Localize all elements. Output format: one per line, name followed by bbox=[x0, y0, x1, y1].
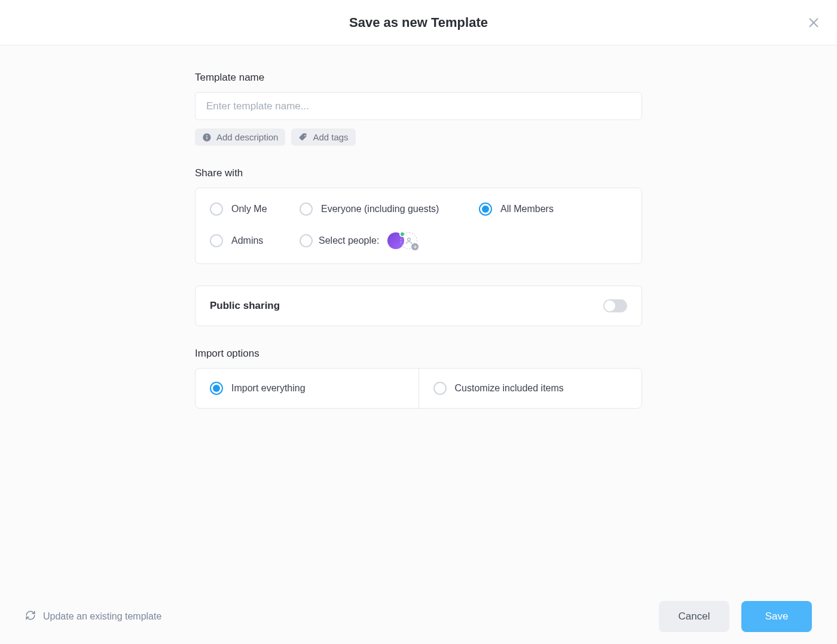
radio-icon bbox=[433, 382, 447, 395]
add-tags-label: Add tags bbox=[313, 132, 348, 142]
import-option-label: Import everything bbox=[231, 383, 306, 394]
svg-point-5 bbox=[304, 135, 306, 136]
template-name-label: Template name bbox=[195, 72, 642, 84]
share-option-label: Admins bbox=[231, 235, 263, 246]
radio-icon bbox=[479, 203, 492, 216]
import-section: Import options Import everything Customi… bbox=[195, 348, 642, 409]
public-sharing-card: Public sharing bbox=[195, 286, 642, 326]
close-button[interactable] bbox=[807, 16, 820, 29]
public-sharing-toggle[interactable] bbox=[603, 299, 627, 312]
update-existing-template-link[interactable]: Update an existing template bbox=[25, 610, 161, 623]
import-label: Import options bbox=[195, 348, 642, 360]
radio-icon bbox=[300, 234, 313, 247]
tag-icon bbox=[298, 133, 308, 142]
template-name-input[interactable] bbox=[195, 92, 642, 120]
share-option-label: Only Me bbox=[231, 204, 267, 214]
share-option-all-members[interactable]: All Members bbox=[479, 203, 627, 216]
share-option-label: All Members bbox=[500, 204, 554, 214]
add-tags-button[interactable]: Add tags bbox=[291, 128, 355, 146]
dialog-header: Save as new Template bbox=[0, 0, 837, 45]
cancel-button-label: Cancel bbox=[679, 611, 710, 622]
import-option-everything[interactable]: Import everything bbox=[195, 369, 419, 408]
import-card: Import everything Customize included ite… bbox=[195, 368, 642, 409]
add-person-button[interactable]: + bbox=[401, 232, 417, 249]
import-option-label: Customize included items bbox=[455, 383, 564, 394]
dialog-footer: Update an existing template Cancel Save bbox=[0, 589, 837, 644]
save-button-label: Save bbox=[765, 611, 789, 622]
radio-icon bbox=[210, 382, 223, 395]
share-section: Share with Only Me Everyone (including g… bbox=[195, 167, 642, 264]
content: Template name Add description Add tags S… bbox=[195, 72, 642, 409]
public-sharing-label: Public sharing bbox=[210, 300, 280, 312]
dialog-title: Save as new Template bbox=[349, 15, 488, 30]
add-description-button[interactable]: Add description bbox=[195, 128, 285, 146]
share-option-select-people[interactable]: Select people: + bbox=[300, 232, 627, 249]
refresh-icon bbox=[25, 610, 36, 623]
share-option-only-me[interactable]: Only Me bbox=[210, 203, 300, 216]
save-button[interactable]: Save bbox=[741, 601, 812, 632]
footer-actions: Cancel Save bbox=[659, 601, 812, 632]
share-card: Only Me Everyone (including guests) All … bbox=[195, 188, 642, 264]
update-existing-label: Update an existing template bbox=[43, 611, 161, 622]
radio-icon bbox=[210, 203, 223, 216]
radio-icon bbox=[210, 234, 223, 247]
close-icon bbox=[807, 16, 820, 29]
share-option-admins[interactable]: Admins bbox=[210, 234, 300, 247]
plus-icon: + bbox=[411, 243, 419, 251]
add-description-label: Add description bbox=[216, 132, 278, 142]
public-sharing-section: Public sharing bbox=[195, 286, 642, 326]
share-option-label: Everyone (including guests) bbox=[321, 204, 439, 214]
people-cluster: + bbox=[387, 232, 417, 249]
chip-row: Add description Add tags bbox=[195, 128, 642, 146]
cancel-button[interactable]: Cancel bbox=[659, 601, 729, 632]
radio-icon bbox=[300, 203, 313, 216]
info-icon bbox=[202, 133, 212, 142]
svg-rect-3 bbox=[206, 136, 207, 139]
import-option-customize[interactable]: Customize included items bbox=[419, 369, 642, 408]
svg-point-4 bbox=[206, 134, 207, 136]
dialog-body: Template name Add description Add tags S… bbox=[0, 45, 837, 589]
share-option-everyone[interactable]: Everyone (including guests) bbox=[300, 203, 479, 216]
share-option-label: Select people: bbox=[319, 235, 379, 246]
svg-point-6 bbox=[408, 238, 411, 241]
share-label: Share with bbox=[195, 167, 642, 179]
toggle-knob-icon bbox=[604, 300, 615, 311]
